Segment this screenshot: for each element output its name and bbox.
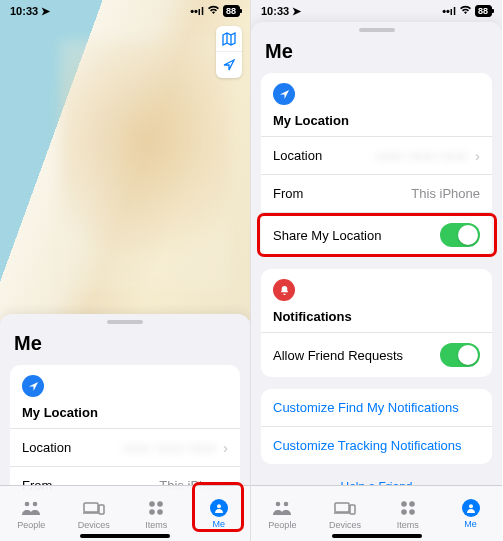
my-location-card: My Location Location —— —— ——› From This… xyxy=(10,365,240,504)
status-time: 10:33 xyxy=(10,5,38,17)
share-location-row: Share My Location xyxy=(261,212,492,257)
svg-point-7 xyxy=(157,509,163,515)
items-icon xyxy=(400,498,416,518)
location-value: —— —— —— xyxy=(376,148,469,163)
me-sheet-expanded: Me My Location Location —— —— ——› From T… xyxy=(251,22,502,485)
svg-point-8 xyxy=(217,504,221,508)
svg-point-14 xyxy=(409,501,415,507)
home-indicator[interactable] xyxy=(80,534,170,538)
svg-point-9 xyxy=(276,501,281,506)
home-indicator[interactable] xyxy=(332,534,422,538)
location-arrow-icon xyxy=(22,375,44,397)
svg-point-15 xyxy=(401,509,407,515)
chevron-right-icon: › xyxy=(223,439,228,456)
my-location-heading: My Location xyxy=(22,405,228,426)
tab-items[interactable]: Items xyxy=(125,486,188,541)
location-label: Location xyxy=(273,148,322,163)
devices-icon xyxy=(83,498,105,518)
location-label: Location xyxy=(22,440,71,455)
tab-bar: People Devices Items Me xyxy=(0,485,250,541)
tab-me[interactable]: Me xyxy=(188,486,251,541)
wifi-icon xyxy=(459,5,472,17)
tab-label: People xyxy=(268,520,296,530)
location-arrow-icon: ➤ xyxy=(41,5,50,18)
tab-label: Items xyxy=(397,520,419,530)
people-icon xyxy=(271,498,293,518)
allow-friend-requests-row: Allow Friend Requests xyxy=(261,332,492,377)
status-bar: 10:33 ➤ ••ıl 88 xyxy=(0,0,250,20)
svg-point-0 xyxy=(25,501,30,506)
tab-bar: People Devices Items Me xyxy=(251,485,502,541)
location-row[interactable]: Location —— —— ——› xyxy=(261,136,492,174)
svg-rect-12 xyxy=(350,505,355,514)
svg-point-5 xyxy=(157,501,163,507)
svg-point-4 xyxy=(149,501,155,507)
map-mode-button[interactable] xyxy=(216,26,242,52)
phone-map-view: 10:33 ➤ ••ıl 88 Me xyxy=(0,0,251,541)
tab-label: Me xyxy=(212,519,225,529)
notifications-heading: Notifications xyxy=(273,309,480,330)
notifications-card: Notifications Allow Friend Requests xyxy=(261,269,492,377)
svg-point-16 xyxy=(409,509,415,515)
share-location-toggle[interactable] xyxy=(440,223,480,247)
items-icon xyxy=(148,498,164,518)
tab-label: Devices xyxy=(329,520,361,530)
location-row[interactable]: Location —— —— ——› xyxy=(10,428,240,466)
battery-icon: 88 xyxy=(475,5,492,17)
tab-people[interactable]: People xyxy=(0,486,63,541)
me-icon xyxy=(210,499,228,517)
svg-point-17 xyxy=(469,504,473,508)
share-location-label: Share My Location xyxy=(273,228,381,243)
svg-point-1 xyxy=(33,501,38,506)
people-icon xyxy=(20,498,42,518)
sheet-grabber[interactable] xyxy=(107,320,143,324)
location-arrow-icon xyxy=(273,83,295,105)
status-time: 10:33 xyxy=(261,5,289,17)
tab-label: Items xyxy=(145,520,167,530)
customize-tracking-link[interactable]: Customize Tracking Notifications xyxy=(261,426,492,464)
tab-label: Me xyxy=(464,519,477,529)
sheet-title: Me xyxy=(0,330,250,365)
map-controls xyxy=(216,26,242,78)
my-location-card: My Location Location —— —— ——› From This… xyxy=(261,73,492,257)
battery-icon: 88 xyxy=(223,5,240,17)
svg-rect-3 xyxy=(99,505,104,514)
customize-links-card: Customize Find My Notifications Customiz… xyxy=(261,389,492,464)
chevron-right-icon: › xyxy=(475,147,480,164)
svg-rect-2 xyxy=(84,503,98,512)
sheet-title: Me xyxy=(251,38,502,73)
location-value: —— —— —— xyxy=(124,440,217,455)
cellular-icon: ••ıl xyxy=(190,5,204,17)
allow-friend-requests-label: Allow Friend Requests xyxy=(273,348,403,363)
map-view[interactable] xyxy=(0,0,250,320)
svg-point-13 xyxy=(401,501,407,507)
phone-me-detail: 10:33 ➤ ••ıl 88 Me My Location xyxy=(251,0,502,541)
svg-point-6 xyxy=(149,509,155,515)
cellular-icon: ••ıl xyxy=(442,5,456,17)
tab-label: Devices xyxy=(78,520,110,530)
location-arrow-icon: ➤ xyxy=(292,5,301,18)
tab-me[interactable]: Me xyxy=(439,486,502,541)
from-row[interactable]: From This iPhone xyxy=(261,174,492,212)
from-value: This iPhone xyxy=(411,186,480,201)
me-icon xyxy=(462,499,480,517)
locate-me-button[interactable] xyxy=(216,52,242,78)
sheet-grabber[interactable] xyxy=(359,28,395,32)
tab-people[interactable]: People xyxy=(251,486,314,541)
svg-rect-11 xyxy=(335,503,349,512)
tab-items[interactable]: Items xyxy=(377,486,440,541)
svg-point-10 xyxy=(284,501,289,506)
allow-friend-requests-toggle[interactable] xyxy=(440,343,480,367)
wifi-icon xyxy=(207,5,220,17)
tab-devices[interactable]: Devices xyxy=(314,486,377,541)
tab-devices[interactable]: Devices xyxy=(63,486,126,541)
customize-findmy-link[interactable]: Customize Find My Notifications xyxy=(261,389,492,426)
from-label: From xyxy=(273,186,303,201)
status-bar: 10:33 ➤ ••ıl 88 xyxy=(251,0,502,20)
tab-label: People xyxy=(17,520,45,530)
devices-icon xyxy=(334,498,356,518)
help-a-friend-section[interactable]: Help a Friend Open iCloud.com so others … xyxy=(251,476,502,485)
me-sheet: Me My Location Location —— —— ——› From T… xyxy=(0,314,250,485)
my-location-heading: My Location xyxy=(273,113,480,134)
bell-icon xyxy=(273,279,295,301)
